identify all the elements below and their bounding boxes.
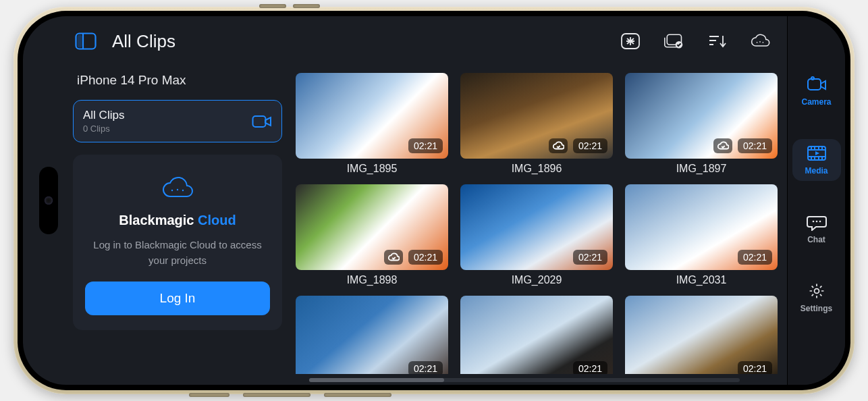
svg-rect-2 (78, 35, 82, 48)
svg-point-14 (177, 189, 178, 190)
scrollbar[interactable] (309, 378, 740, 382)
hw-button (259, 4, 286, 8)
nav-label: Media (805, 166, 828, 176)
clip-gallery: 02:21IMG_189502:21IMG_189602:21IMG_18970… (293, 66, 787, 385)
clip-duration: 02:21 (408, 250, 443, 265)
synced-icon (384, 250, 403, 265)
clip-item[interactable]: 02:21IMG_1896 (460, 73, 613, 175)
clip-item[interactable]: 02:21IMG_2032 (460, 296, 613, 374)
sidebar-toggle-button[interactable] (73, 31, 99, 51)
clip-name: IMG_1897 (625, 163, 778, 175)
synced-icon (549, 138, 568, 153)
clip-thumbnail: 02:21 (625, 73, 778, 159)
select-done-icon[interactable] (659, 26, 688, 56)
nav-label: Camera (801, 97, 831, 107)
clip-thumbnail: 02:21 (460, 184, 613, 270)
synced-icon (713, 138, 732, 153)
clip-duration: 02:21 (573, 250, 607, 265)
clip-thumbnail: 02:21 (296, 296, 448, 374)
svg-point-9 (757, 42, 758, 43)
clip-duration: 02:21 (573, 361, 607, 374)
freeze-icon[interactable] (616, 26, 645, 56)
clip-name: IMG_1896 (460, 163, 613, 175)
clip-duration: 02:21 (573, 138, 607, 153)
clip-duration: 02:21 (738, 138, 772, 153)
clip-thumbnail: 02:21 (460, 73, 613, 159)
clip-item[interactable]: 02:21IMG_20323 (625, 296, 778, 374)
svg-point-32 (814, 289, 819, 294)
cloud-desc: Log in to Blackmagic Cloud to access you… (85, 238, 270, 268)
nav-rail: Camera Media Chat Settings (787, 16, 845, 385)
svg-point-29 (812, 221, 814, 223)
clip-item[interactable]: 02:21IMG_1898 (296, 184, 448, 286)
cloud-outline-icon (160, 176, 195, 203)
svg-point-13 (171, 190, 173, 191)
nav-label: Chat (807, 235, 825, 244)
clip-item[interactable]: 02:21IMG_1897 (625, 73, 778, 175)
sidebar: iPhone 14 Pro Max All Clips 0 Clips (70, 66, 293, 385)
clip-thumbnail: 02:21 (625, 184, 778, 270)
device-name: iPhone 14 Pro Max (73, 73, 282, 88)
nav-camera[interactable]: Camera (792, 70, 841, 112)
clip-name: IMG_1895 (296, 163, 448, 175)
clip-item[interactable]: 02:21IMG_2029 (460, 184, 613, 286)
camera-icon (252, 114, 272, 129)
clip-duration: 02:21 (408, 361, 443, 374)
nav-settings[interactable]: Settings (792, 277, 841, 319)
hw-button (293, 4, 320, 8)
nav-label: Settings (801, 304, 832, 313)
hw-button (243, 393, 310, 397)
clip-item[interactable]: 02:21IMG_2030 (296, 296, 448, 374)
svg-point-15 (182, 190, 184, 191)
folder-name: All Clips (83, 109, 245, 122)
clip-name: IMG_1898 (296, 274, 448, 286)
phone-frame: All Clips (13, 7, 855, 394)
clip-duration: 02:21 (408, 138, 443, 153)
hw-button (324, 393, 391, 397)
svg-point-11 (763, 42, 764, 43)
clip-thumbnail: 02:21 (460, 296, 613, 374)
folder-all-clips[interactable]: All Clips 0 Clips (73, 100, 282, 142)
clip-thumbnail: 02:21 (296, 184, 448, 270)
topbar: All Clips (70, 16, 787, 66)
login-button[interactable]: Log In (85, 282, 270, 315)
clip-name: IMG_2031 (625, 274, 778, 286)
clip-duration: 02:21 (738, 361, 772, 374)
clip-duration: 02:21 (738, 250, 772, 265)
nav-media[interactable]: Media (792, 139, 841, 181)
svg-point-10 (759, 41, 761, 43)
sort-icon[interactable] (702, 26, 732, 56)
svg-rect-12 (253, 116, 266, 127)
cloud-icon[interactable] (745, 26, 775, 56)
svg-rect-16 (808, 79, 821, 90)
folder-count: 0 Clips (83, 124, 245, 134)
clip-thumbnail: 02:21 (296, 73, 448, 159)
clip-item[interactable]: 02:21IMG_2031 (625, 184, 778, 286)
clip-item[interactable]: 02:21IMG_1895 (296, 73, 448, 175)
cloud-brand: Blackmagic Cloud (119, 213, 236, 228)
svg-point-31 (819, 221, 821, 223)
page-title: All Clips (112, 31, 175, 52)
clip-name: IMG_2029 (460, 274, 613, 286)
clip-thumbnail: 02:21 (625, 296, 778, 374)
svg-point-30 (815, 221, 817, 223)
nav-chat[interactable]: Chat (792, 208, 841, 250)
hw-button (189, 393, 229, 397)
dynamic-island (39, 167, 58, 234)
cloud-login-card: Blackmagic Cloud Log in to Blackmagic Cl… (73, 155, 282, 330)
